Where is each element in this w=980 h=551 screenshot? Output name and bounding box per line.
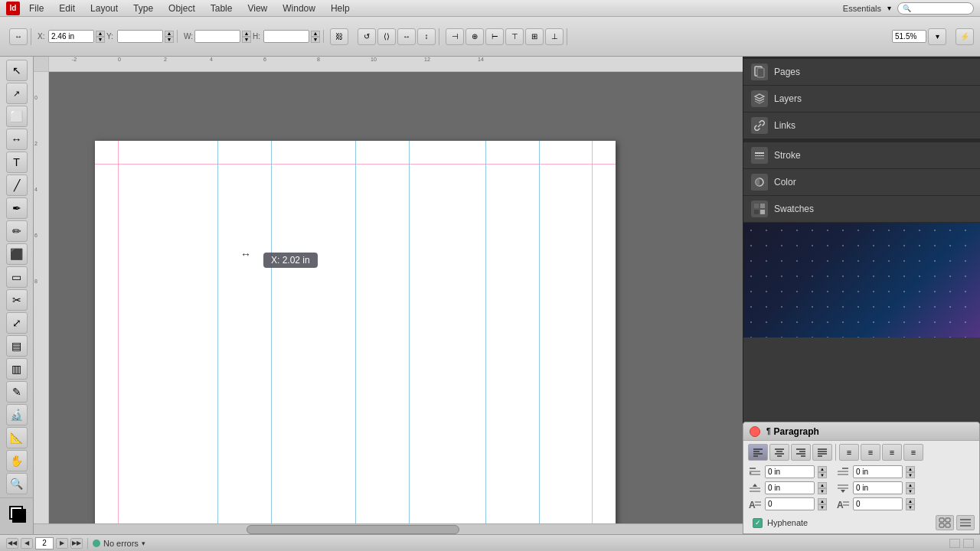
active-tool-icon[interactable]: ↔	[9, 28, 28, 45]
first-page-btn[interactable]: ◀◀	[6, 538, 18, 549]
x-stepper[interactable]: ▲ ▼	[96, 31, 105, 43]
panel-pages[interactable]: Pages	[743, 59, 980, 86]
menu-window[interactable]: Window	[279, 3, 318, 14]
right-indent-input[interactable]	[853, 465, 903, 478]
free-transform-tool[interactable]: ⤢	[6, 312, 28, 334]
menu-file[interactable]: File	[26, 3, 47, 14]
align-right-para-btn[interactable]	[791, 444, 811, 461]
align-top-btn[interactable]: ⊤	[505, 28, 524, 45]
h-up[interactable]: ▲	[311, 31, 320, 37]
space-before-down[interactable]: ▼	[818, 488, 827, 494]
prev-page-btn[interactable]: ◀	[21, 538, 33, 549]
line-tool[interactable]: ╱	[6, 174, 28, 196]
hyphenate-checkbox[interactable]: ✓	[753, 518, 763, 528]
align-left-btn[interactable]	[748, 444, 768, 461]
w-up[interactable]: ▲	[242, 31, 251, 37]
w-input[interactable]	[194, 30, 240, 43]
grid-btn-1[interactable]	[936, 515, 954, 530]
eyedropper-tool[interactable]: 🔬	[6, 404, 28, 425]
space-before-up[interactable]: ▲	[818, 482, 827, 488]
space-after-input[interactable]	[853, 481, 903, 494]
dropcap-lines-stepper[interactable]: ▲ ▼	[818, 498, 827, 510]
status-dropdown-arrow[interactable]: ▾	[142, 540, 145, 547]
menu-edit[interactable]: Edit	[56, 3, 78, 14]
align-left-btn[interactable]: ⊣	[446, 28, 464, 45]
menu-help[interactable]: Help	[328, 3, 353, 14]
align-middle-btn[interactable]: ⊞	[525, 28, 544, 45]
next-page-btn[interactable]: ▶	[56, 538, 68, 549]
panel-stroke[interactable]: Stroke	[743, 142, 980, 169]
right-indent-down[interactable]: ▼	[906, 472, 915, 478]
lightning-btn[interactable]: ⚡	[956, 28, 974, 45]
flip-h-btn[interactable]: ↔	[397, 28, 416, 45]
h-down[interactable]: ▼	[311, 37, 320, 43]
flip-v-btn[interactable]: ↕	[417, 28, 436, 45]
justify-center-btn[interactable]: ≡	[839, 444, 859, 461]
left-indent-down[interactable]: ▼	[818, 472, 827, 478]
paragraph-panel-close[interactable]	[750, 426, 760, 437]
rect-frame-tool[interactable]: ⬛	[6, 243, 28, 265]
panel-swatches[interactable]: Swatches	[743, 196, 980, 223]
rotate-btn[interactable]: ↺	[358, 28, 376, 45]
panel-toggle-1[interactable]	[949, 539, 960, 548]
dropcap-chars-stepper[interactable]: ▲ ▼	[906, 498, 915, 510]
align-center-btn[interactable]: ⊕	[466, 28, 484, 45]
panel-color[interactable]: Color	[743, 169, 980, 196]
direct-select-tool[interactable]: ↗	[6, 83, 28, 104]
type-tool[interactable]: T	[6, 152, 28, 173]
rect-tool[interactable]: ▭	[6, 266, 28, 288]
space-before-stepper[interactable]: ▲ ▼	[818, 482, 827, 494]
h-stepper[interactable]: ▲ ▼	[311, 31, 320, 43]
page-tool[interactable]: ⬜	[6, 106, 28, 127]
measure-tool[interactable]: 📐	[6, 427, 28, 448]
last-page-btn[interactable]: ▶▶	[70, 538, 83, 549]
menu-view[interactable]: View	[244, 3, 270, 14]
justify-left-btn[interactable]	[812, 444, 832, 461]
pen-tool[interactable]: ✒	[6, 197, 28, 219]
space-before-input[interactable]	[765, 481, 815, 494]
menu-layout[interactable]: Layout	[87, 3, 121, 14]
canvas-area[interactable]: -2 0 2 4 6 8 10 12 14 0 2 4 6 8 ↔ X: 2.0…	[34, 57, 743, 534]
shear-btn[interactable]: ⟨⟩	[377, 28, 396, 45]
menu-table[interactable]: Table	[207, 3, 236, 14]
align-center-para-btn[interactable]	[769, 444, 789, 461]
select-tool[interactable]: ↖	[6, 60, 28, 81]
y-down[interactable]: ▼	[165, 37, 174, 43]
right-indent-up[interactable]: ▲	[906, 466, 915, 472]
y-up[interactable]: ▲	[165, 31, 174, 37]
workspace-arrow[interactable]: ▾	[887, 4, 891, 12]
x-input[interactable]	[48, 30, 94, 43]
scissors-tool[interactable]: ✂	[6, 289, 28, 311]
w-stepper[interactable]: ▲ ▼	[242, 31, 251, 43]
space-after-up[interactable]: ▲	[906, 482, 915, 488]
workspace-label[interactable]: Essentials	[843, 4, 881, 13]
y-stepper[interactable]: ▲ ▼	[165, 31, 174, 43]
hand-tool[interactable]: ✋	[6, 450, 28, 471]
gradient-feather-tool[interactable]: ▥	[6, 358, 28, 380]
dropcap-chars-input[interactable]	[853, 497, 903, 510]
menu-type[interactable]: Type	[130, 3, 156, 14]
h-scrollbar[interactable]	[34, 523, 743, 534]
left-indent-stepper[interactable]: ▲ ▼	[818, 466, 827, 478]
gradient-swatch-tool[interactable]: ▤	[6, 335, 28, 357]
note-tool[interactable]: ✎	[6, 381, 28, 403]
dropcap-chars-down[interactable]: ▼	[906, 504, 915, 510]
x-down[interactable]: ▼	[96, 37, 105, 43]
constrain-btn[interactable]: ⛓	[330, 28, 348, 45]
y-input[interactable]	[117, 30, 163, 43]
panel-links[interactable]: Links	[743, 112, 980, 139]
zoom-arrow[interactable]: ▾	[928, 28, 946, 45]
gap-tool[interactable]: ↔	[6, 129, 28, 150]
dropcap-lines-input[interactable]	[765, 497, 815, 510]
left-indent-input[interactable]	[765, 465, 815, 478]
color-boxes[interactable]	[6, 501, 28, 523]
zoom-input[interactable]	[892, 30, 926, 43]
justify-all-btn[interactable]: ≡	[882, 444, 902, 461]
grid-btn-2[interactable]	[956, 515, 975, 530]
h-input[interactable]	[263, 30, 309, 43]
dropcap-chars-up[interactable]: ▲	[906, 498, 915, 504]
right-indent-stepper[interactable]: ▲ ▼	[906, 466, 915, 478]
space-after-stepper[interactable]: ▲ ▼	[906, 482, 915, 494]
align-right-btn[interactable]: ⊢	[485, 28, 504, 45]
space-after-down[interactable]: ▼	[906, 488, 915, 494]
